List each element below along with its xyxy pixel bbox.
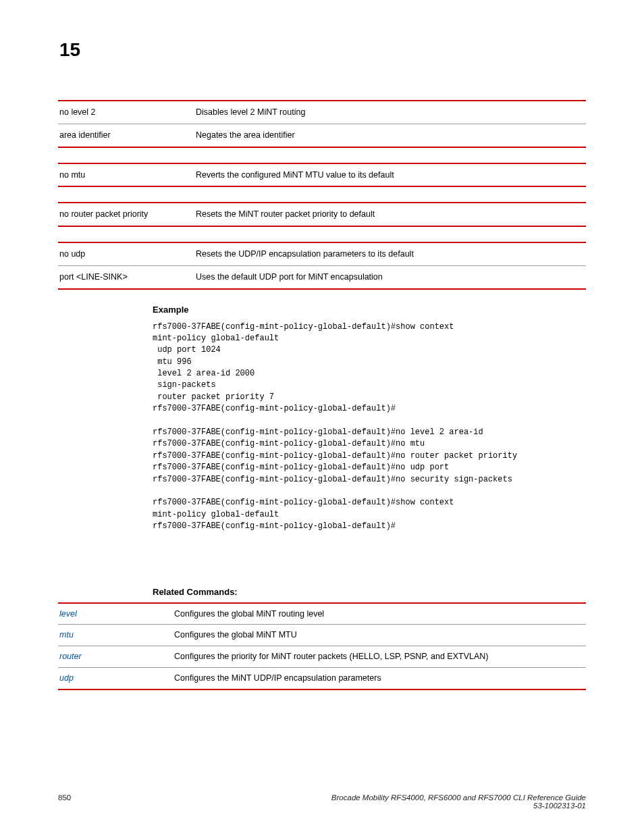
table-row: levelConfigures the global MiNT routing …: [58, 603, 586, 625]
related-heading: Related Commands:: [153, 587, 586, 597]
table-row: no level 2Disables level 2 MiNT routing: [58, 101, 586, 124]
link-router[interactable]: router: [59, 652, 82, 661]
example-heading: Example: [153, 305, 586, 315]
param-table-3: no router packet priorityResets the MiNT…: [58, 202, 586, 227]
example-code: rfs7000-37FABE(config-mint-policy-global…: [153, 321, 586, 533]
table-row: area identifierNegates the area identifi…: [58, 124, 586, 147]
page-footer: 850 Brocade Mobility RFS4000, RFS6000 an…: [58, 793, 586, 810]
link-udp[interactable]: udp: [59, 673, 74, 683]
param-table-2: no mtuReverts the configured MiNT MTU va…: [58, 163, 586, 188]
footer-sub: 53-1002313-01: [533, 802, 586, 810]
param-table-4: no udpResets the UDP/IP encapsulation pa…: [58, 242, 586, 290]
link-level[interactable]: level: [59, 609, 77, 619]
table-row: no udpResets the UDP/IP encapsulation pa…: [58, 242, 586, 265]
table-row: no router packet priorityResets the MiNT…: [58, 203, 586, 226]
footer-page: 850: [58, 793, 71, 810]
footer-title: Brocade Mobility RFS4000, RFS6000 and RF…: [331, 793, 586, 802]
related-commands-table: levelConfigures the global MiNT routing …: [58, 602, 586, 690]
table-row: port <LINE-SINK>Uses the default UDP por…: [58, 265, 586, 288]
table-row: mtuConfigures the global MiNT MTU: [58, 625, 586, 646]
page-number: 15: [59, 39, 586, 61]
table-row: routerConfigures the priority for MiNT r…: [58, 646, 586, 668]
table-row: no mtuReverts the configured MiNT MTU va…: [58, 163, 586, 187]
table-row: udpConfigures the MiNT UDP/IP encapsulat…: [58, 667, 586, 689]
link-mtu[interactable]: mtu: [59, 630, 74, 640]
param-table-1: no level 2Disables level 2 MiNT routing …: [58, 100, 586, 148]
